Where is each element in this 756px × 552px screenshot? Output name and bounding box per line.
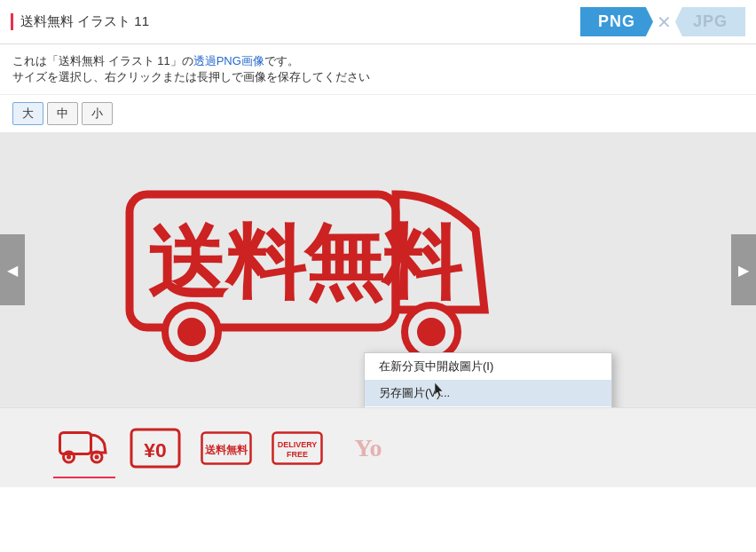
svg-text:¥0: ¥0 — [144, 438, 166, 461]
ctx-copy-image[interactable]: 複製圖片(Y) — [365, 406, 611, 407]
thumbnail-strip: ¥0 送料無料 DELIVERY FREE Yo — [0, 407, 756, 487]
thumbnail-1[interactable] — [53, 422, 115, 475]
svg-point-4 — [421, 321, 442, 343]
description-line1: これは「送料無料 イラスト 11」の透過PNG画像です。 — [12, 53, 744, 69]
size-btn-small[interactable]: 小 — [82, 102, 113, 125]
description-area: これは「送料無料 イラスト 11」の透過PNG画像です。 サイズを選択し、右クリ… — [0, 44, 756, 95]
thumbnail-3[interactable]: 送料無料 — [195, 422, 257, 475]
desc-prefix: これは「送料無料 イラスト 11」の — [12, 54, 193, 67]
size-button-group: 大 中 小 — [0, 95, 756, 132]
tab-png[interactable]: PNG — [580, 7, 653, 36]
format-separator: ✕ — [657, 12, 672, 33]
main-image-area: ◀ 送料無料 ▶ 在新分頁中開啟圖片(I) — [0, 132, 756, 407]
page-header: 送料無料 イラスト 11 PNG ✕ JPG — [0, 0, 756, 44]
nav-arrow-left[interactable]: ◀ — [0, 234, 25, 305]
ctx-open-new-tab[interactable]: 在新分頁中開啟圖片(I) — [365, 353, 611, 380]
svg-point-2 — [181, 321, 202, 343]
transparent-png-link[interactable]: 透過PNG画像 — [193, 54, 264, 67]
svg-text:送料無料: 送料無料 — [147, 218, 463, 307]
size-btn-large[interactable]: 大 — [12, 102, 43, 125]
thumbnail-4[interactable]: DELIVERY FREE — [266, 422, 328, 475]
svg-text:FREE: FREE — [287, 450, 308, 459]
svg-point-10 — [95, 454, 99, 459]
format-tabs: PNG ✕ JPG — [580, 7, 745, 36]
tab-jpg[interactable]: JPG — [675, 7, 745, 36]
ctx-save-image[interactable]: 另存圖片(V)... — [365, 380, 611, 406]
page-title: 送料無料 イラスト 11 — [11, 13, 580, 30]
svg-text:DELIVERY: DELIVERY — [278, 440, 318, 449]
description-line2: サイズを選択し、右クリックまたは長押しで画像を保存してください — [12, 69, 744, 85]
nav-arrow-right[interactable]: ▶ — [731, 234, 756, 305]
thumbnail-yo: Yo — [337, 422, 399, 475]
svg-text:送料無料: 送料無料 — [205, 444, 248, 456]
cursor-pointer — [435, 382, 445, 398]
size-btn-medium[interactable]: 中 — [47, 102, 78, 125]
thumbnail-2[interactable]: ¥0 — [124, 422, 186, 475]
desc-suffix: です。 — [264, 54, 299, 67]
svg-rect-6 — [60, 432, 91, 453]
svg-point-8 — [67, 454, 71, 459]
context-menu: 在新分頁中開啟圖片(I) 另存圖片(V)... 複製圖片(Y) 複製圖片位址(O… — [364, 352, 612, 407]
